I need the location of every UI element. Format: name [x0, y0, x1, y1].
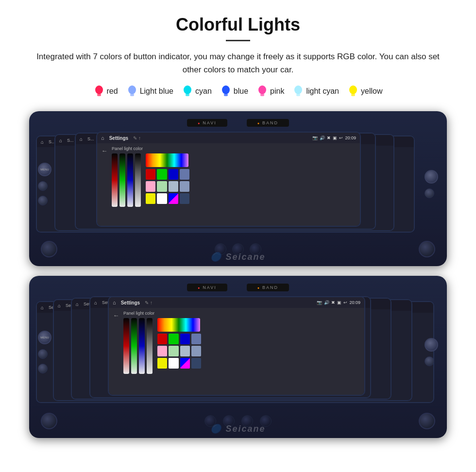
btn-right-large-1[interactable]	[419, 241, 435, 257]
color-label-3: blue	[234, 87, 248, 96]
knob-menu-1[interactable]: MENU	[38, 163, 51, 176]
svg-rect-13	[351, 94, 355, 96]
knob-small-2b[interactable]	[38, 364, 48, 373]
bottom-btn-row-1	[36, 241, 440, 257]
color-label-6: yellow	[361, 87, 382, 96]
knob-small-2a[interactable]	[38, 349, 48, 359]
page-title: Colorful Lights	[19, 15, 457, 35]
color-label-4: pink	[270, 87, 284, 96]
svg-rect-7	[224, 94, 228, 96]
navi-pill-2: NAVI	[187, 284, 227, 291]
color-label-2: cyan	[195, 87, 212, 96]
color-item-red: red	[94, 85, 118, 98]
btn-center-3[interactable]	[250, 243, 261, 255]
svg-point-4	[184, 85, 191, 94]
page-container: Colorful Lights Integrated with 7 colors…	[0, 0, 476, 462]
color-item-cyan: cyan	[182, 85, 212, 98]
device-unit-1: NAVI BAND ⌂ S...	[29, 111, 447, 266]
btn-center-2[interactable]	[232, 243, 244, 255]
btn-c2-1[interactable]	[204, 415, 216, 427]
svg-point-6	[222, 85, 230, 94]
color-item-blue: blue	[221, 85, 248, 98]
color-label-0: red	[107, 87, 118, 96]
svg-point-0	[95, 85, 103, 94]
btn-center-group-2	[204, 415, 272, 427]
color-label-1: Light blue	[140, 87, 173, 96]
main-screen-2: ⌂ Settings ✎ ↑ 📷 🔊 ✖ ▣ ↩ 20:09	[108, 296, 365, 396]
color-list: redLight bluecyanbluepinklight cyanyello…	[19, 85, 457, 98]
knob-small-2[interactable]	[38, 196, 48, 205]
page-description: Integrated with 7 colors of button indic…	[19, 50, 457, 76]
navi-pill-1: NAVI	[187, 119, 227, 127]
knob-vol-1[interactable]	[425, 170, 438, 184]
left-knobs-1: MENU	[38, 163, 51, 205]
main-screen-1: ⌂ Settings ✎ ↑ 📷 🔊 ✖ ▣ ↩ 20:09	[96, 132, 361, 227]
svg-rect-9	[260, 94, 264, 96]
device-top-bar-1: NAVI BAND	[36, 119, 440, 127]
title-divider	[226, 40, 250, 41]
svg-rect-11	[296, 94, 300, 96]
left-knobs-2: MENU	[38, 331, 51, 373]
svg-point-2	[128, 85, 136, 94]
device-box-1: NAVI BAND ⌂ S...	[29, 111, 447, 266]
btn-left-large-2[interactable]	[41, 413, 57, 429]
svg-rect-3	[130, 94, 134, 96]
svg-point-8	[258, 85, 266, 94]
color-label-5: light cyan	[306, 87, 339, 96]
btn-center-group-1	[215, 243, 261, 255]
device-box-2: NAVI BAND ⌂ Set...	[29, 276, 447, 438]
svg-rect-5	[186, 94, 189, 96]
device-unit-2: NAVI BAND ⌂ Set...	[29, 276, 447, 438]
color-item-Light-blue: Light blue	[127, 85, 173, 98]
knob-small-1[interactable]	[38, 181, 48, 191]
knob-menu-2[interactable]: MENU	[38, 331, 51, 344]
btn-center-1[interactable]	[215, 243, 226, 255]
btn-c2-2[interactable]	[223, 415, 235, 427]
btn-c2-3[interactable]	[241, 415, 253, 427]
btn-left-large-1[interactable]	[41, 241, 57, 257]
screens-area-2: ⌂ Set... ⌂ Set...	[36, 296, 440, 408]
screens-area-1: ⌂ S... ⌂ S...	[36, 132, 440, 236]
btn-c2-4[interactable]	[260, 415, 272, 427]
color-item-yellow: yellow	[348, 85, 382, 98]
right-knobs-2	[425, 338, 438, 366]
knob-vol-2[interactable]	[425, 338, 438, 352]
svg-rect-1	[97, 94, 101, 96]
band-pill-2: BAND	[247, 284, 289, 291]
knob-sm-r2[interactable]	[425, 356, 434, 366]
device-top-bar-2: NAVI BAND	[36, 284, 440, 291]
svg-point-10	[294, 85, 302, 94]
bottom-btn-row-2	[36, 413, 440, 429]
band-pill-1: BAND	[247, 119, 289, 127]
color-item-light-cyan: light cyan	[293, 85, 339, 98]
btn-right-large-2[interactable]	[419, 413, 435, 429]
svg-point-12	[349, 85, 357, 94]
knob-sm-r1[interactable]	[425, 188, 434, 198]
color-item-pink: pink	[257, 85, 284, 98]
right-knobs-1	[425, 170, 438, 198]
